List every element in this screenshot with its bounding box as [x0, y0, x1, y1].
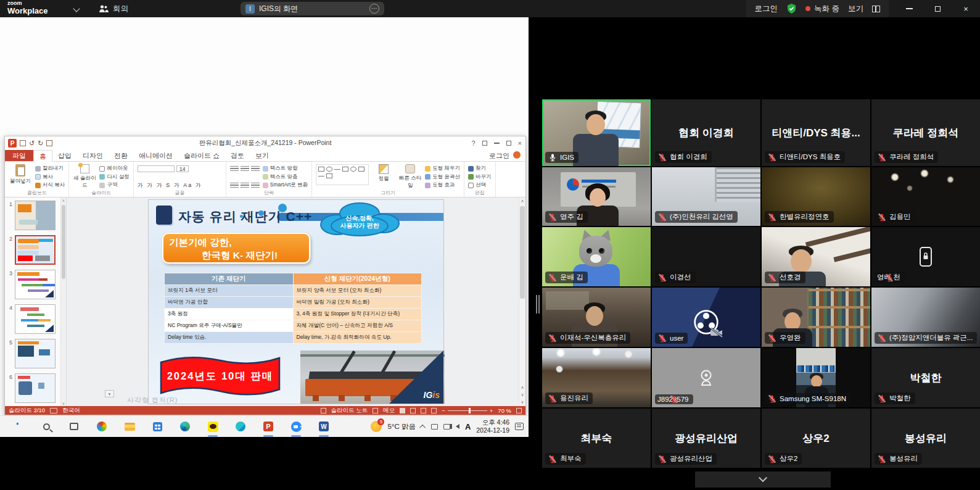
align-left-icon[interactable]: [230, 183, 239, 188]
numbered-list-icon[interactable]: [241, 166, 249, 172]
gallery-next-page-button[interactable]: [695, 471, 831, 488]
volume-icon[interactable]: [456, 424, 459, 429]
task-view-button[interactable]: [67, 419, 81, 434]
participant-tile[interactable]: 박철한 박철한: [871, 348, 980, 407]
participant-tile[interactable]: 협회 이경희 협회 이경희: [652, 99, 760, 166]
start-button[interactable]: [11, 419, 26, 434]
ellipse-shape-icon[interactable]: [326, 167, 332, 172]
participant-tile[interactable]: 쿠라레 정희석 쿠라레 정희석: [871, 99, 980, 166]
participant-tile[interactable]: 티앤티/DYS 최용... 티앤티/DYS 최용호: [762, 99, 870, 166]
minimize-button[interactable]: [895, 0, 923, 17]
participant-tile[interactable]: 영주 김: [542, 167, 651, 226]
participant-tile[interactable]: user: [652, 288, 760, 347]
participant-tile[interactable]: 상우2 상우2: [762, 409, 870, 468]
text-direction-button[interactable]: 텍스트 방향: [263, 165, 308, 172]
whale-browser-button[interactable]: [233, 419, 248, 434]
store-button[interactable]: [150, 419, 165, 434]
file-explorer-button[interactable]: [122, 419, 137, 434]
select-button[interactable]: 선택: [468, 181, 492, 189]
participant-tile[interactable]: IGIS: [542, 99, 651, 166]
bullet-list-icon[interactable]: [230, 166, 239, 172]
memo-icon[interactable]: [373, 408, 378, 413]
font-size-input[interactable]: 14: [176, 165, 189, 172]
participant-tile[interactable]: (주)정암지앤더블유 곽근...: [871, 288, 980, 347]
ime-indicator[interactable]: A: [465, 422, 471, 431]
slide-thumbnail-1[interactable]: 1: [7, 201, 60, 230]
office-login-button[interactable]: 로그인: [489, 151, 509, 160]
participant-tile[interactable]: 용진유리: [542, 348, 651, 407]
menu-tab-transition[interactable]: 전환: [109, 150, 133, 161]
ppt-close-icon[interactable]: ×: [518, 139, 522, 147]
participant-tile[interactable]: 운배 김: [542, 227, 651, 286]
tray-expand-icon[interactable]: [419, 424, 426, 430]
menu-tab-design[interactable]: 디자인: [77, 150, 109, 161]
line-shape-icon[interactable]: [334, 169, 340, 170]
participant-tile[interactable]: 선호경: [762, 227, 870, 286]
menu-tab-insert[interactable]: 삽입: [52, 150, 77, 161]
security-shield-icon[interactable]: [786, 3, 797, 14]
memo-button[interactable]: 메모: [383, 407, 395, 415]
reset-button[interactable]: 다시 설정: [99, 173, 129, 181]
menu-tab-file[interactable]: 파일: [5, 150, 33, 161]
panel-resize-handle[interactable]: [536, 295, 540, 314]
shapes-gallery[interactable]: [316, 164, 369, 185]
participant-tile[interactable]: Samsung SM-S918N: [762, 348, 870, 407]
menu-tab-home[interactable]: 홈: [33, 150, 52, 162]
zoom-taskbar-button[interactable]: [289, 419, 303, 434]
participant-tile[interactable]: (주)인천유리 김선영: [652, 167, 760, 226]
arrow-shape-icon[interactable]: [358, 167, 364, 172]
shape-effects-button[interactable]: 도형 효과: [425, 181, 460, 189]
account-avatar[interactable]: [513, 151, 521, 159]
arrange-button[interactable]: 정렬: [372, 164, 395, 189]
new-slide-button[interactable]: 새 슬라이드: [73, 164, 96, 189]
callout-shape-icon[interactable]: [342, 167, 348, 172]
find-button[interactable]: 찾기: [468, 165, 492, 172]
menu-tab-animation[interactable]: 애니메이션: [133, 150, 178, 161]
slide-thumbnail-6[interactable]: 6: [7, 373, 60, 403]
smartart-button[interactable]: SmartArt로 변환: [263, 181, 308, 189]
current-slide[interactable]: 자동 유리 재단기 C++ 신속,정확,사용자가 편한 기본기에 강한, 한국형…: [149, 200, 443, 404]
shape-outline-button[interactable]: 도형 윤곽선: [425, 173, 460, 181]
search-button[interactable]: [39, 419, 54, 434]
replace-button[interactable]: 바꾸기: [468, 173, 492, 181]
participant-tile[interactable]: 우영완: [762, 288, 870, 347]
login-button[interactable]: 로그인: [755, 4, 778, 14]
tab-meeting[interactable]: 회의: [99, 0, 128, 17]
ppt-restore-icon[interactable]: [506, 141, 511, 146]
normal-view-icon[interactable]: [400, 408, 405, 413]
format-painter-button[interactable]: 서식 복사: [35, 181, 65, 189]
edge-button[interactable]: [178, 419, 192, 434]
ribbon-options-icon[interactable]: [482, 141, 487, 146]
menu-tab-review[interactable]: 검토: [225, 150, 250, 161]
maximize-button[interactable]: [923, 0, 952, 17]
participant-tile[interactable]: 김용민: [871, 167, 980, 226]
slide-thumbnails-panel[interactable]: 1 2 3 4 5 6 ∧∨: [5, 197, 67, 406]
connector-shape-icon[interactable]: [318, 176, 324, 176]
paste-button[interactable]: 붙여넣기: [9, 164, 32, 189]
notes-button[interactable]: 슬라이드 노트: [331, 407, 368, 415]
slide-thumbnail-5[interactable]: 5: [7, 339, 60, 368]
clock[interactable]: 오후 4:46 2024-12-19: [476, 418, 509, 434]
powerpoint-titlebar[interactable]: P ↺ ↻ 판유리협회_신제품소개_241219 - PowerPoint ? …: [5, 136, 525, 150]
reading-view-icon[interactable]: [421, 408, 426, 413]
slide-canvas[interactable]: 자동 유리 재단기 C++ 신속,정확,사용자가 편한 기본기에 강한, 한국형…: [67, 197, 525, 406]
weather-text[interactable]: 5°C 맑음: [387, 422, 416, 431]
thumbnails-scrollbar[interactable]: ∧∨: [60, 197, 66, 406]
rectangle-shape-icon[interactable]: [318, 167, 324, 172]
help-icon[interactable]: ?: [471, 139, 475, 147]
word-taskbar-button[interactable]: W: [316, 419, 331, 434]
participant-tile[interactable]: 최부숙 최부숙: [542, 409, 651, 468]
oval-shape-icon[interactable]: [350, 167, 356, 172]
notes-icon[interactable]: [321, 408, 326, 413]
participant-tile[interactable]: 광성유리산업 광성유리산업: [652, 409, 760, 468]
participant-tile[interactable]: 이재석-우신복층유리: [542, 288, 651, 347]
slide-scrollbar[interactable]: ∧ ∧ ∨ ∨: [519, 197, 525, 406]
close-button[interactable]: ×: [952, 0, 980, 17]
indent-icon[interactable]: [251, 166, 260, 172]
chevron-down-icon[interactable]: [73, 5, 80, 12]
slide-thumbnail-4[interactable]: 4: [7, 304, 60, 334]
quick-styles-button[interactable]: 빠른 스타일: [398, 164, 422, 189]
weather-icon[interactable]: 5: [371, 421, 382, 432]
powerpoint-taskbar-button[interactable]: P: [261, 419, 276, 434]
tab-shared-screen[interactable]: I IGIS의 화면 ⋯: [241, 2, 384, 15]
